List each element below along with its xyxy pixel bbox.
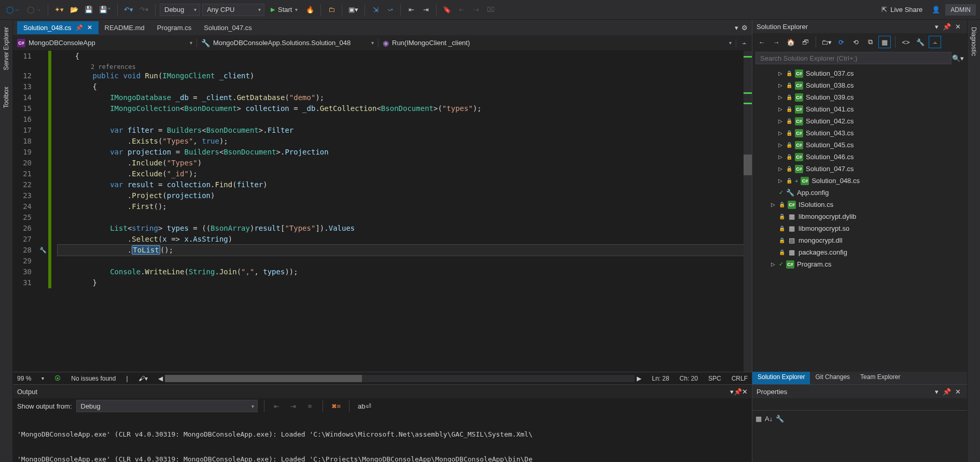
outdent-button[interactable]: ⇤ xyxy=(405,4,417,16)
output-wrap-button[interactable]: ab⏎ xyxy=(356,400,373,412)
new-item-button[interactable]: ✦▾ xyxy=(52,4,66,16)
se-item[interactable]: ▷🔒C#Solution_043.cs xyxy=(752,127,967,139)
se-close-button[interactable]: ✕ xyxy=(953,23,963,31)
se-item[interactable]: ▷🔒C#ISolution.cs xyxy=(752,199,967,211)
split-button[interactable]: ⫠ xyxy=(736,39,752,47)
nav-class[interactable]: 🔧 MongoDBConsoleApp.Solutions.Solution_0… xyxy=(197,39,379,47)
server-explorer-tab[interactable]: Server Explorer xyxy=(2,24,11,73)
horizontal-scrollbar[interactable]: ◀▶ xyxy=(158,375,642,382)
window-button[interactable]: ▣▾ xyxy=(346,4,360,16)
close-icon[interactable]: ✕ xyxy=(87,24,92,31)
se-item[interactable]: ▷🔒C#Solution_045.cs xyxy=(752,139,967,151)
se-properties-button[interactable]: 🔧 xyxy=(914,36,927,48)
se-search-button[interactable]: 🔍▾ xyxy=(951,54,964,62)
toolbox-tab[interactable]: Toolbox xyxy=(2,83,11,111)
step-into-button[interactable]: ⇲ xyxy=(369,4,382,16)
props-az-button[interactable]: A↓ xyxy=(765,415,773,423)
se-preview-button[interactable]: ⫠ xyxy=(929,36,941,48)
se-switch-button[interactable]: 🗗 xyxy=(799,36,811,48)
vertical-scrollbar[interactable] xyxy=(744,51,752,372)
tab-solution-048[interactable]: Solution_048.cs 📌 ✕ xyxy=(17,21,99,34)
se-item[interactable]: ✓🔧App.config xyxy=(752,187,967,199)
config-combo[interactable]: Debug xyxy=(160,4,200,16)
output-close-button[interactable]: ✕ xyxy=(742,388,748,396)
browse-button[interactable]: 🗀 xyxy=(325,4,338,16)
undo-button[interactable]: ↶▾ xyxy=(122,4,135,16)
output-btn3[interactable]: ≡ xyxy=(304,400,316,412)
start-button[interactable]: ▶ Start ▾ xyxy=(267,4,302,16)
tab-team-explorer[interactable]: Team Explorer xyxy=(855,372,905,384)
se-item[interactable]: 🔒▦libmongocrypt.dylib xyxy=(752,211,967,222)
tab-solution-047[interactable]: Solution_047.cs xyxy=(198,21,258,34)
se-sync-button[interactable]: ⟲ xyxy=(849,36,862,48)
brush-icon[interactable]: 🖌▾ xyxy=(138,375,148,382)
tab-program[interactable]: Program.cs xyxy=(151,21,198,34)
tab-readme[interactable]: README.md xyxy=(99,21,151,34)
output-text[interactable]: 'MongoDBConsoleApp.exe' (CLR v4.0.30319:… xyxy=(13,414,752,462)
props-cat-button[interactable]: ▦ xyxy=(755,415,762,423)
quick-action-icon[interactable]: 🔧 xyxy=(38,245,48,256)
se-code-button[interactable]: <> xyxy=(900,36,912,48)
step-over-button[interactable]: ⤻ xyxy=(384,4,396,16)
se-home-button[interactable]: 🏠 xyxy=(785,36,797,48)
status-col[interactable]: Ch: 20 xyxy=(680,375,698,382)
platform-combo[interactable]: Any CPU xyxy=(202,4,264,16)
clear-bookmarks-button[interactable]: ⌧ xyxy=(484,4,497,16)
se-item[interactable]: ▷🔒C#Solution_041.cs xyxy=(752,103,967,115)
se-filter-button[interactable]: 🗀▾ xyxy=(820,36,833,48)
se-item[interactable]: ▷🔒C#Solution_042.cs xyxy=(752,115,967,127)
status-line[interactable]: Ln: 28 xyxy=(652,375,669,382)
se-item[interactable]: 🔒▦libmongocrypt.so xyxy=(752,222,967,234)
output-clear-button[interactable]: ✖≡ xyxy=(329,400,343,412)
se-pin-button[interactable]: 📌 xyxy=(941,23,953,31)
diagnostic-tab[interactable]: Diagnostic xyxy=(969,24,978,59)
props-dropdown-button[interactable]: ▾ xyxy=(933,388,941,396)
se-item[interactable]: 🔒▦packages.config xyxy=(752,246,967,258)
tab-settings-button[interactable]: ⚙ xyxy=(741,24,748,32)
se-fwd-button[interactable]: → xyxy=(770,36,782,48)
se-search-input[interactable] xyxy=(755,52,951,64)
save-all-button[interactable]: 💾⁺ xyxy=(97,4,113,16)
hot-reload-button[interactable]: 🔥 xyxy=(304,4,316,16)
output-pin-button[interactable]: 📌 xyxy=(734,388,742,396)
nav-project[interactable]: C# MongoDBConsoleApp ▾ xyxy=(13,39,197,47)
se-item[interactable]: 🔒▨mongocrypt.dll xyxy=(752,234,967,246)
se-back-button[interactable]: ← xyxy=(755,36,768,48)
tab-git-changes[interactable]: Git Changes xyxy=(810,372,855,384)
tab-overflow-button[interactable]: ▾ xyxy=(735,24,738,32)
open-file-button[interactable]: 📂 xyxy=(68,4,80,16)
se-tree[interactable]: ▷🔒C#Solution_037.cs▷🔒C#Solution_038.cs▷🔒… xyxy=(752,65,967,372)
issues-text[interactable]: No issues found xyxy=(71,375,116,382)
zoom-level[interactable]: 99 % xyxy=(17,375,31,382)
bookmark-button[interactable]: 🔖 xyxy=(441,4,453,16)
nav-method[interactable]: ◉ Run(IMongoClient _client) ▾ xyxy=(379,39,736,47)
pin-icon[interactable]: 📌 xyxy=(76,24,83,31)
se-item[interactable]: ▷🔒C#Solution_037.cs xyxy=(752,67,967,79)
se-collapse-button[interactable]: ⧉ xyxy=(864,36,876,48)
output-btn1[interactable]: ⇤ xyxy=(271,400,283,412)
prev-bookmark-button[interactable]: ⇠ xyxy=(455,4,468,16)
output-source-combo[interactable]: Debug xyxy=(76,400,258,412)
code-content[interactable]: { 2 references public void Run(IMongoCli… xyxy=(51,51,744,372)
props-wrench-button[interactable]: 🔧 xyxy=(776,415,784,423)
codelens-refs[interactable]: 2 references xyxy=(58,62,744,71)
indent-button[interactable]: ⇥ xyxy=(419,4,432,16)
se-refresh-button[interactable]: ⟳ xyxy=(835,36,847,48)
liveshare-button[interactable]: ⇱ Live Share xyxy=(877,4,927,16)
forward-button[interactable]: ◯→ xyxy=(25,4,44,16)
back-button[interactable]: ◯← xyxy=(4,4,23,16)
props-close-button[interactable]: ✕ xyxy=(953,388,963,396)
se-item[interactable]: ▷🔒C#Solution_039.cs xyxy=(752,91,967,103)
redo-button[interactable]: ↷▾ xyxy=(137,4,151,16)
output-dropdown-button[interactable]: ▾ xyxy=(730,388,734,396)
output-btn2[interactable]: ⇥ xyxy=(287,400,300,412)
se-item[interactable]: ▷✓C#Program.cs xyxy=(752,258,967,270)
se-showall-button[interactable]: ▦ xyxy=(878,36,891,48)
tab-solution-explorer[interactable]: Solution Explorer xyxy=(752,372,810,384)
account-button[interactable]: 👤 xyxy=(930,4,942,16)
se-dropdown-button[interactable]: ▾ xyxy=(933,23,941,31)
se-item[interactable]: ▷🔒C#Solution_047.cs xyxy=(752,163,967,175)
save-button[interactable]: 💾 xyxy=(82,4,95,16)
props-pin-button[interactable]: 📌 xyxy=(941,388,953,396)
next-bookmark-button[interactable]: ⇢ xyxy=(470,4,482,16)
